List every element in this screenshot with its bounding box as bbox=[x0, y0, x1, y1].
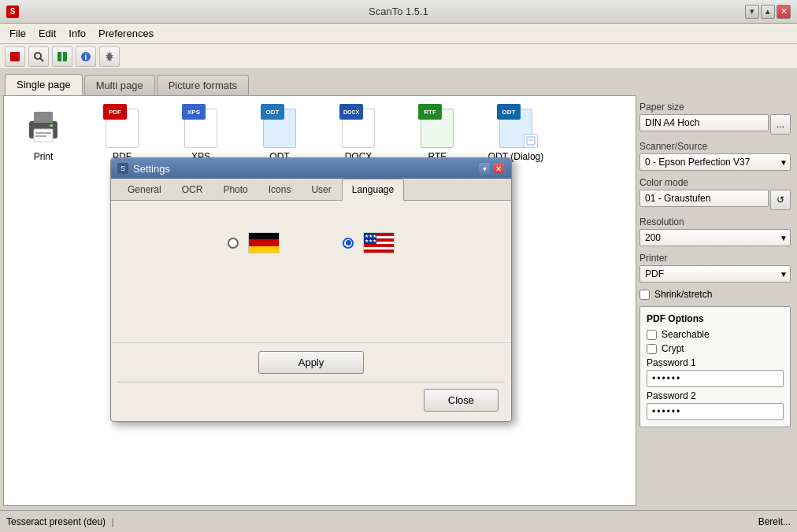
flag-us: ★★★★★★ bbox=[363, 232, 395, 253]
dialog-title-left: S Settings bbox=[117, 163, 170, 175]
dialog-tab-language[interactable]: Language bbox=[342, 179, 404, 201]
dialog-tab-ocr[interactable]: OCR bbox=[172, 179, 213, 201]
dialog-title-bar: S Settings ▾ ✕ bbox=[111, 158, 511, 179]
dialog-actions: Apply bbox=[111, 342, 511, 382]
dialog-overlay: S Settings ▾ ✕ General OCR Photo Icons U… bbox=[0, 0, 797, 532]
close-button[interactable]: Close bbox=[424, 389, 499, 412]
apply-button[interactable]: Apply bbox=[258, 351, 365, 374]
dialog-minimize-button[interactable]: ▾ bbox=[478, 162, 491, 175]
radio-de[interactable] bbox=[228, 238, 239, 249]
dialog-title-controls: ▾ ✕ bbox=[478, 162, 505, 175]
settings-dialog: S Settings ▾ ✕ General OCR Photo Icons U… bbox=[110, 157, 512, 422]
language-options: ★★★★★★ bbox=[127, 216, 495, 269]
dialog-footer: Close bbox=[111, 382, 511, 421]
dialog-title-text: Settings bbox=[133, 163, 170, 175]
dialog-tabs: General OCR Photo Icons User Language bbox=[111, 179, 511, 201]
dialog-close-btn-title[interactable]: ✕ bbox=[492, 162, 505, 175]
dialog-title-icon: S bbox=[117, 163, 128, 174]
flag-de bbox=[248, 232, 280, 253]
language-option-de[interactable] bbox=[228, 232, 280, 253]
radio-en[interactable] bbox=[343, 238, 354, 249]
language-option-en[interactable]: ★★★★★★ bbox=[343, 232, 395, 253]
flag-de-red bbox=[249, 239, 279, 246]
dialog-tab-general[interactable]: General bbox=[117, 179, 172, 201]
flag-us-canton: ★★★★★★ bbox=[364, 233, 376, 244]
flag-de-gold bbox=[249, 246, 279, 253]
dialog-tab-icons[interactable]: Icons bbox=[258, 179, 302, 201]
dialog-content: ★★★★★★ bbox=[111, 201, 511, 342]
flag-de-black bbox=[249, 233, 279, 239]
dialog-tab-photo[interactable]: Photo bbox=[213, 179, 258, 201]
dialog-tab-user[interactable]: User bbox=[301, 179, 341, 201]
